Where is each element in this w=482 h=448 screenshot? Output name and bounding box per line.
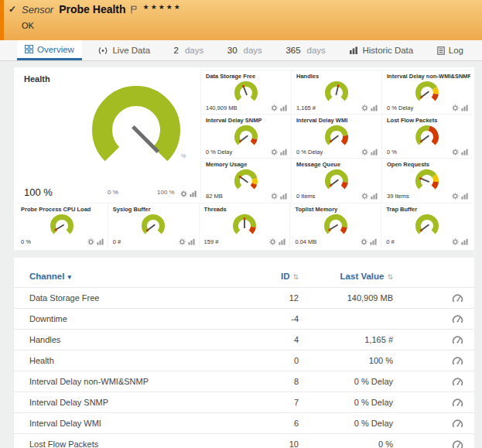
chart-mini-icon[interactable]	[371, 149, 378, 156]
gear-icon[interactable]	[271, 104, 278, 111]
chart-mini-icon[interactable]	[371, 104, 378, 111]
channel-name[interactable]: Health	[29, 356, 246, 365]
gauge-tile[interactable]: Interval Delay SNMP0 % Delay	[200, 114, 291, 158]
channel-name[interactable]: Interval Delay SNMP	[29, 398, 246, 407]
gear-icon[interactable]	[361, 238, 367, 245]
column-label: Channel	[29, 272, 64, 281]
table-row: Interval Delay WMI60 % Delay	[14, 412, 474, 433]
channel-gauge-icon[interactable]	[452, 398, 463, 408]
channel-last-value: 0 % Delay	[299, 398, 393, 407]
health-gauge-tile[interactable]: Health % 100 % 0 % 100 %	[16, 70, 200, 203]
gear-icon[interactable]	[361, 149, 368, 156]
gauge-tile[interactable]: Toplist Memory0.04 MB	[289, 203, 381, 248]
channel-gauge-icon[interactable]	[452, 314, 463, 324]
gauge-value: 39 Items	[387, 193, 409, 200]
gear-icon[interactable]	[179, 238, 186, 245]
gauge-tile[interactable]: Interval Delay WMI0 % Delay	[291, 114, 381, 158]
gear-icon[interactable]	[452, 104, 459, 111]
gear-icon[interactable]	[452, 193, 459, 200]
chart-mini-icon[interactable]	[280, 193, 287, 200]
sensor-title: Probe Health	[59, 3, 125, 15]
tab-label: Overview	[37, 45, 74, 54]
chart-mini-icon[interactable]	[371, 193, 378, 200]
tab-historic-data[interactable]: Historic Data	[341, 40, 421, 60]
health-gauge-dial: %	[78, 79, 194, 180]
gauge-icons	[361, 193, 378, 200]
tab-overview[interactable]: Overview	[17, 40, 82, 60]
priority-stars[interactable]: ★★★★★	[143, 3, 182, 11]
channel-actions	[393, 314, 463, 324]
gauge-tile[interactable]: Open Requests39 Items	[381, 158, 472, 202]
health-scale-min: 0 %	[108, 189, 118, 196]
channel-gauge-icon[interactable]	[452, 419, 463, 429]
gauge-tile[interactable]: Trap Buffer0 #	[381, 203, 472, 248]
channel-name[interactable]: Interval Delay WMI	[29, 419, 246, 428]
column-header-channel[interactable]: Channel▾	[29, 272, 246, 281]
gauge-tile[interactable]: Syslog Buffer0 #	[108, 203, 199, 248]
gauge-value: 0 %	[387, 149, 397, 156]
gear-icon[interactable]	[361, 104, 368, 111]
gauge-tile[interactable]: Lost Flow Packets0 %	[381, 114, 472, 158]
gauge-dial	[227, 211, 262, 242]
channel-gauge-icon[interactable]	[452, 439, 463, 448]
flag-icon[interactable]	[131, 5, 137, 14]
gauge-icons	[361, 238, 377, 245]
gear-icon[interactable]	[180, 190, 187, 197]
column-header-last-value[interactable]: Last Value⇅	[299, 272, 393, 281]
gear-icon[interactable]	[271, 193, 278, 200]
tab-live-data[interactable]: Live Data	[90, 40, 158, 60]
gauge-dial	[319, 78, 354, 109]
sort-icon: ⇅	[387, 273, 393, 281]
channel-name[interactable]: Lost Flow Packets	[29, 439, 246, 448]
gauge-tile[interactable]: Threads159 #	[199, 203, 290, 248]
gauge-icons	[271, 149, 287, 156]
channel-gauge-icon[interactable]	[452, 356, 463, 366]
tab-label: 365	[285, 46, 300, 55]
chart-mini-icon[interactable]	[370, 238, 377, 245]
channel-gauge-icon[interactable]	[452, 377, 463, 387]
gear-icon[interactable]	[271, 149, 278, 156]
gear-icon[interactable]	[269, 238, 276, 245]
chart-mini-icon[interactable]	[280, 104, 287, 111]
chart-mini-icon[interactable]	[190, 190, 197, 197]
gauge-dial	[135, 211, 171, 242]
tab-2-days[interactable]: 2days	[166, 40, 212, 60]
gear-icon[interactable]	[452, 238, 459, 245]
channel-actions	[393, 377, 463, 387]
channel-gauge-icon[interactable]	[452, 335, 463, 345]
gauge-tile[interactable]: Memory Usage82 MB	[200, 158, 291, 202]
chart-mini-icon[interactable]	[461, 193, 468, 200]
gear-icon[interactable]	[87, 238, 94, 245]
channel-gauge-icon[interactable]	[452, 293, 463, 303]
channel-name[interactable]: Interval Delay non-WMI&SNMP	[29, 377, 246, 386]
gear-icon[interactable]	[361, 193, 368, 200]
sensor-title-line: Sensor Probe Health ★★★★★	[22, 3, 182, 15]
chart-mini-icon[interactable]	[188, 238, 195, 245]
channel-actions	[393, 293, 463, 303]
sort-icon: ⇅	[292, 273, 299, 281]
channel-name[interactable]: Data Storage Free	[29, 293, 246, 303]
gauge-value: 0 % Delay	[296, 149, 323, 156]
chart-mini-icon[interactable]	[461, 238, 468, 245]
chart-mini-icon[interactable]	[97, 238, 104, 245]
channel-name[interactable]: Downtime	[29, 314, 246, 323]
column-header-id[interactable]: ID⇅	[246, 272, 299, 281]
tab-30-days[interactable]: 30days	[220, 40, 270, 60]
gauge-value: 0 % Delay	[206, 149, 232, 156]
channel-name[interactable]: Handles	[29, 335, 246, 344]
gauge-tile[interactable]: Data Storage Free140,909 MB	[200, 70, 291, 114]
gauge-dial	[44, 211, 80, 242]
channel-last-value: 140,909 MB	[299, 293, 393, 303]
gauge-tile[interactable]: Handles1,165 #	[291, 70, 381, 114]
tab-log[interactable]: Log	[429, 40, 471, 60]
chart-mini-icon[interactable]	[279, 238, 285, 245]
tab-365-days[interactable]: 365days	[278, 40, 333, 60]
status-stripe	[0, 0, 4, 40]
chart-mini-icon[interactable]	[280, 149, 287, 156]
chart-mini-icon[interactable]	[461, 104, 468, 111]
gauge-tile[interactable]: Message Queue0 Items	[291, 158, 381, 202]
chart-mini-icon[interactable]	[461, 149, 468, 156]
gauge-tile[interactable]: Interval Delay non-WMI&SNMP0 % Delay	[381, 70, 472, 114]
gauge-tile[interactable]: Probe Process CPU Load0 %	[16, 203, 108, 248]
gear-icon[interactable]	[452, 149, 459, 156]
